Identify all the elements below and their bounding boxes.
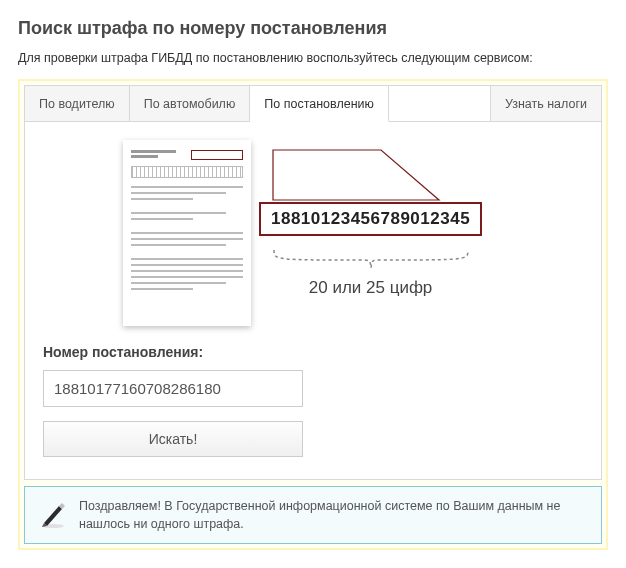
curly-brace-icon	[266, 246, 476, 274]
result-message-text: Поздравляем! В Государственной информаци…	[79, 497, 587, 533]
digits-hint: 20 или 25 цифр	[309, 278, 433, 298]
pen-icon	[39, 501, 67, 529]
tab-spacer	[389, 86, 490, 122]
service-panel: По водителю По автомобилю По постановлен…	[24, 85, 602, 480]
tab-by-resolution[interactable]: По постановлению	[250, 86, 389, 122]
highlight-box-icon	[191, 150, 243, 160]
tab-by-car[interactable]: По автомобилю	[130, 86, 251, 122]
example-resolution-number: 18810123456789012345	[259, 202, 482, 236]
tab-bar: По водителю По автомобилю По постановлен…	[25, 86, 601, 122]
resolution-number-label: Номер постановления:	[43, 344, 583, 360]
connector-line-icon	[271, 144, 471, 202]
result-message-box: Поздравляем! В Государственной информаци…	[24, 486, 602, 544]
service-panel-outer: По водителю По автомобилю По постановлен…	[18, 79, 608, 550]
document-thumb-icon	[123, 140, 251, 326]
callout: 18810123456789012345 20 или 25 цифр	[259, 140, 482, 298]
page-title: Поиск штрафа по номеру постановления	[18, 18, 608, 39]
resolution-number-input[interactable]	[43, 370, 303, 407]
tab-by-driver[interactable]: По водителю	[25, 86, 130, 122]
tab-content: 18810123456789012345 20 или 25 цифр Номе…	[25, 122, 601, 479]
tab-taxes[interactable]: Узнать налоги	[490, 86, 601, 122]
search-button[interactable]: Искать!	[43, 421, 303, 457]
illustration: 18810123456789012345 20 или 25 цифр	[123, 140, 583, 326]
page-subtitle: Для проверки штрафа ГИБДД по постановлен…	[18, 51, 608, 65]
